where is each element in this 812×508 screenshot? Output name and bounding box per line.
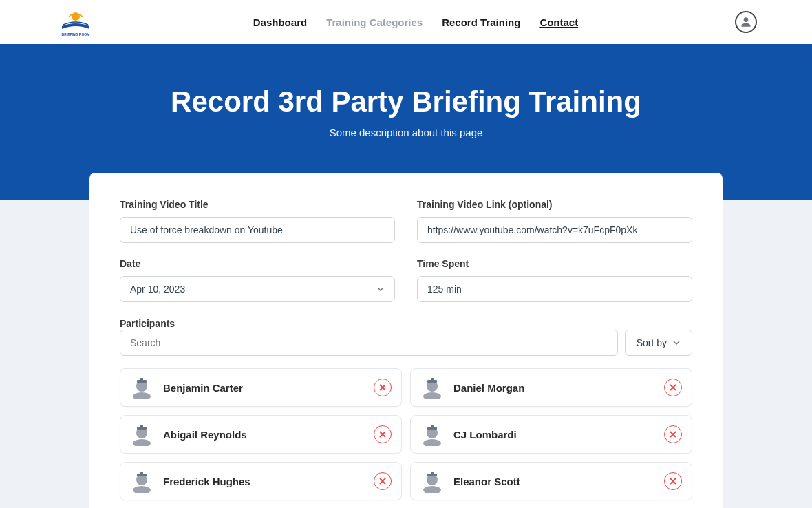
svg-point-3	[133, 392, 151, 399]
nav-training-categories[interactable]: Training Categories	[326, 17, 423, 28]
participants-label: Participants	[120, 318, 175, 329]
sort-by-button[interactable]: Sort by	[625, 330, 692, 356]
remove-participant-button[interactable]	[374, 379, 392, 396]
nav-dashboard[interactable]: Dashboard	[253, 17, 307, 28]
svg-rect-22	[140, 472, 143, 474]
participant-card: Benjamin Carter	[120, 368, 402, 407]
participant-name: CJ Lombardi	[453, 429, 654, 441]
officer-avatar-icon	[130, 423, 153, 446]
user-avatar-icon	[739, 15, 753, 29]
officer-avatar-icon	[130, 469, 153, 493]
date-value: Apr 10, 2023	[130, 284, 185, 295]
svg-point-11	[133, 439, 151, 446]
participant-card: Abigail Reynolds	[120, 415, 402, 454]
form-card: Training Video Title Training Video Link…	[89, 173, 723, 508]
profile-button[interactable]	[735, 11, 757, 33]
participant-name: Daniel Morgan	[453, 382, 654, 394]
officer-avatar-icon	[130, 376, 153, 399]
sort-label: Sort by	[637, 337, 667, 348]
officer-avatar-icon	[420, 469, 444, 493]
remove-participant-button[interactable]	[374, 472, 392, 490]
link-input[interactable]	[417, 217, 692, 243]
remove-participant-button[interactable]	[664, 472, 682, 490]
link-label: Training Video Link (optional)	[417, 199, 692, 210]
participant-name: Frederick Hughes	[163, 476, 364, 487]
svg-rect-5	[137, 380, 147, 383]
participant-card: Daniel Morgan	[410, 368, 692, 407]
chevron-down-icon	[672, 339, 681, 347]
top-nav: BRIEFING ROOM Dashboard Training Categor…	[0, 0, 812, 44]
svg-rect-26	[431, 472, 434, 474]
svg-rect-25	[427, 474, 437, 476]
svg-point-15	[423, 439, 441, 446]
date-select[interactable]: Apr 10, 2023	[120, 276, 395, 302]
chevron-down-icon	[376, 285, 385, 293]
svg-text:BRIEFING ROOM: BRIEFING ROOM	[62, 32, 90, 36]
participants-search-input[interactable]	[120, 330, 618, 356]
remove-participant-button[interactable]	[664, 425, 682, 443]
svg-rect-17	[427, 427, 437, 430]
participant-name: Benjamin Carter	[163, 382, 364, 394]
title-input[interactable]	[120, 217, 395, 243]
brand-logo[interactable]: BRIEFING ROOM	[55, 7, 96, 37]
time-input[interactable]	[417, 276, 692, 302]
participant-card: Eleanor Scott	[410, 462, 692, 500]
svg-rect-18	[431, 425, 434, 427]
svg-point-7	[423, 392, 441, 399]
remove-participant-button[interactable]	[374, 425, 392, 443]
page-subtitle: Some description about this page	[14, 127, 798, 138]
remove-participant-button[interactable]	[664, 379, 682, 396]
participant-name: Eleanor Scott	[453, 476, 654, 487]
svg-rect-10	[431, 378, 434, 380]
svg-point-19	[133, 486, 151, 493]
title-label: Training Video Title	[120, 199, 395, 210]
svg-point-23	[423, 486, 441, 493]
time-label: Time Spent	[417, 258, 692, 269]
nav-links: Dashboard Training Categories Record Tra…	[96, 17, 735, 28]
nav-record-training[interactable]: Record Training	[442, 17, 520, 28]
svg-rect-21	[137, 474, 147, 476]
svg-rect-13	[137, 427, 147, 430]
nav-contact[interactable]: Contact	[539, 17, 578, 28]
date-label: Date	[120, 258, 395, 269]
officer-avatar-icon	[420, 376, 444, 399]
svg-rect-14	[140, 425, 143, 427]
svg-point-2	[744, 17, 749, 22]
participant-card: Frederick Hughes	[120, 462, 402, 500]
officer-avatar-icon	[420, 423, 444, 446]
participant-name: Abigail Reynolds	[163, 429, 364, 441]
svg-rect-6	[140, 378, 143, 380]
participant-card: CJ Lombardi	[410, 415, 692, 454]
page-title: Record 3rd Party Briefing Training	[165, 85, 647, 118]
book-logo-icon: BRIEFING ROOM	[55, 7, 96, 37]
participants-grid: Benjamin Carter Daniel Morgan Abigail Re…	[120, 368, 692, 500]
svg-rect-9	[427, 380, 437, 383]
